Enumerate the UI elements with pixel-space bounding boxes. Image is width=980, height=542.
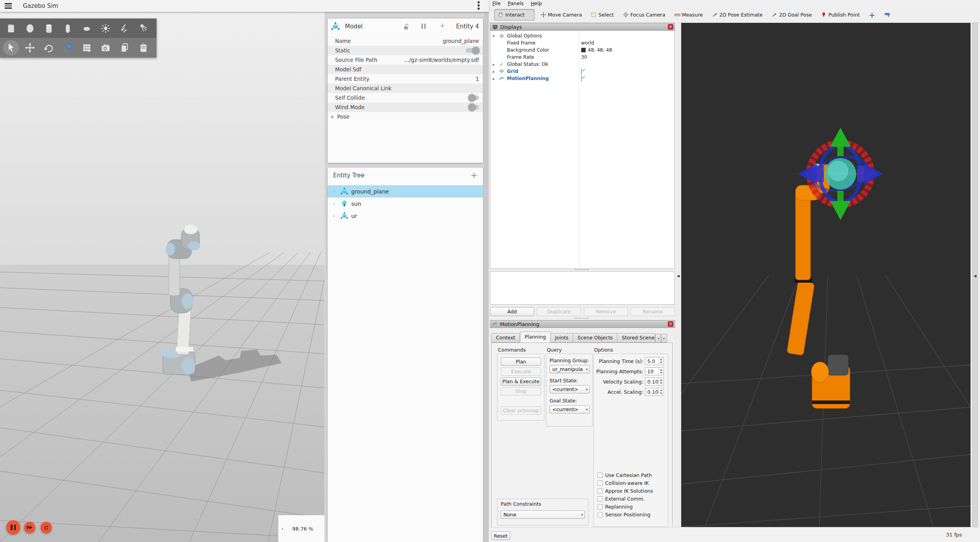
external-comm-checkbox[interactable] <box>598 496 603 501</box>
add-component-icon[interactable]: + <box>440 22 445 30</box>
pause-updates-icon[interactable] <box>421 24 426 29</box>
add-display-button[interactable]: Add <box>490 307 534 316</box>
remove-tool-icon[interactable] <box>881 12 893 18</box>
insert-cylinder-icon[interactable] <box>39 20 58 37</box>
displays-panel-titlebar[interactable]: Displays ✕ <box>490 23 675 31</box>
screenshot-camera-icon[interactable] <box>96 39 115 56</box>
rotate-mode-icon[interactable] <box>39 39 58 56</box>
expand-pose-icon[interactable]: + <box>330 114 334 120</box>
reset-simulation-button[interactable] <box>41 522 52 533</box>
tab-scroll-left-icon[interactable]: ◂ <box>655 334 661 343</box>
collapsed-right-panel[interactable]: ◀ <box>971 23 980 527</box>
execute-button[interactable]: Execute <box>501 367 541 376</box>
velocity-scaling-spinbox[interactable]: 0.10 <box>645 378 664 386</box>
insert-directional-light-icon[interactable] <box>115 20 134 37</box>
expand-right-panel-icon[interactable]: ◀ <box>974 274 976 278</box>
paste-icon[interactable] <box>134 39 153 56</box>
menu-help[interactable]: Help <box>527 0 546 7</box>
approx-ik-solutions-checkbox[interactable] <box>598 488 603 494</box>
grid-enabled-checkbox[interactable] <box>581 68 582 75</box>
frame-rate-value[interactable]: 30 <box>581 54 587 60</box>
wind-mode-toggle[interactable] <box>469 105 479 110</box>
rename-display-button[interactable]: Rename <box>631 307 675 316</box>
interact-tool-button[interactable]: Interact <box>494 9 535 20</box>
add-entity-icon[interactable]: + <box>470 171 477 180</box>
gazebo-robot-arm[interactable] <box>150 217 292 390</box>
measure-tool-button[interactable]: Measure <box>671 9 706 20</box>
tree-row-fixed-frame[interactable]: Fixed Frame world <box>490 39 674 47</box>
path-constraints-dropdown[interactable]: None <box>501 510 585 519</box>
clear-octomap-button[interactable]: Clear octomap <box>501 406 541 415</box>
view-grid-icon[interactable] <box>77 39 96 56</box>
tree-row-frame-rate[interactable]: Frame Rate 30 <box>490 54 674 61</box>
tree-row-background-color[interactable]: Background Color 48; 48; 48 <box>490 47 674 54</box>
tree-row-motionplanning[interactable]: ▸ MotionPlanning <box>490 75 674 82</box>
entity-row-sun[interactable]: › sun <box>328 197 483 210</box>
move-camera-tool-button[interactable]: Move Camera <box>537 9 585 20</box>
insert-spot-light-icon[interactable] <box>134 20 153 37</box>
duplicate-display-button[interactable]: Duplicate <box>537 307 581 316</box>
menu-panels[interactable]: Panels <box>504 0 527 7</box>
entity-row-ground-plane[interactable]: › ground_plane <box>328 185 483 197</box>
publish-point-tool-button[interactable]: Publish Point <box>817 9 863 20</box>
tree-row-grid[interactable]: ▸ Grid <box>490 68 674 75</box>
tree-row-global-status[interactable]: ▸ ✓ Global Status: Ok <box>490 61 674 68</box>
goal-state-dropdown[interactable]: <current> <box>550 405 590 413</box>
lock-icon[interactable] <box>402 23 410 30</box>
motionplanning-enabled-checkbox[interactable] <box>581 75 582 82</box>
expand-chevron-icon[interactable]: › <box>333 213 340 219</box>
insert-box-icon[interactable] <box>2 20 20 37</box>
goal-pose-tool-button[interactable]: 2D Goal Pose <box>768 9 815 20</box>
insert-sphere-icon[interactable] <box>20 20 39 37</box>
tab-scroll-right-icon[interactable]: ▸ <box>661 334 667 343</box>
tab-stored-scenes[interactable]: Stored Scenes <box>617 333 655 343</box>
hamburger-menu-icon[interactable] <box>5 3 12 9</box>
step-forward-button[interactable] <box>24 522 35 533</box>
self-collide-toggle[interactable] <box>469 95 479 100</box>
kebab-menu-icon[interactable]: ••• <box>475 1 482 11</box>
tab-scene-objects[interactable]: Scene Objects <box>573 333 617 343</box>
select-mode-icon[interactable] <box>3 40 19 56</box>
translate-mode-icon[interactable] <box>20 39 39 56</box>
menu-file[interactable]: File <box>489 0 504 7</box>
tree-row-global-options[interactable]: ▾ ⚙ Global Options <box>490 32 674 39</box>
collision-aware-ik-checkbox[interactable] <box>598 481 603 486</box>
rtf-collapse-icon[interactable]: ‹ <box>281 526 283 532</box>
expand-chevron-icon[interactable]: › <box>333 188 340 194</box>
replanning-checkbox[interactable] <box>598 504 603 509</box>
planning-time-spinbox[interactable]: 5.0 <box>645 357 664 365</box>
planning-group-dropdown[interactable]: ur_manipula <box>550 365 590 373</box>
expand-caret-icon[interactable]: ▸ <box>493 69 495 74</box>
plan-button[interactable]: Plan <box>501 358 541 366</box>
motionplanning-panel-titlebar[interactable]: MotionPlanning ✕ <box>490 320 675 328</box>
tab-planning[interactable]: Planning <box>520 332 551 343</box>
focus-camera-tool-button[interactable]: Focus Camera <box>619 9 669 20</box>
copy-icon[interactable] <box>115 39 134 56</box>
accel-scaling-spinbox[interactable]: 0.10 <box>645 388 664 396</box>
planning-attempts-spinbox[interactable]: 10 <box>645 367 664 375</box>
fixed-frame-value[interactable]: world <box>581 40 594 46</box>
pose-estimate-tool-button[interactable]: 2D Pose Estimate <box>708 9 766 20</box>
expand-caret-icon[interactable]: ▸ <box>493 76 495 81</box>
snap-config-icon[interactable] <box>58 39 77 56</box>
rviz-3d-viewport[interactable] <box>681 23 971 527</box>
use-cartesian-path-checkbox[interactable] <box>598 473 603 478</box>
reset-button[interactable]: Reset <box>491 531 510 540</box>
splitter-handle[interactable] <box>575 318 589 318</box>
sensor-positioning-checkbox[interactable] <box>598 512 603 517</box>
property-row-pose[interactable]: + Pose <box>328 112 483 121</box>
remove-display-button[interactable]: Remove <box>584 307 628 316</box>
add-tool-icon[interactable]: + <box>865 10 879 20</box>
collapse-caret-icon[interactable]: ▾ <box>493 34 495 38</box>
tab-joints[interactable]: Joints <box>551 333 573 343</box>
close-motionplanning-icon[interactable]: ✕ <box>668 321 673 327</box>
insert-capsule-icon[interactable] <box>58 20 77 37</box>
pause-button[interactable] <box>6 520 20 534</box>
insert-point-light-icon[interactable] <box>96 20 115 37</box>
expand-caret-icon[interactable]: ▸ <box>493 62 495 67</box>
stop-button[interactable]: Stop <box>501 387 541 395</box>
insert-ellipsoid-icon[interactable] <box>77 20 96 37</box>
gazebo-panel-scrollbar[interactable] <box>484 12 489 542</box>
entity-row-ur[interactable]: › ur <box>328 210 483 222</box>
select-tool-button[interactable]: Select <box>587 9 617 20</box>
